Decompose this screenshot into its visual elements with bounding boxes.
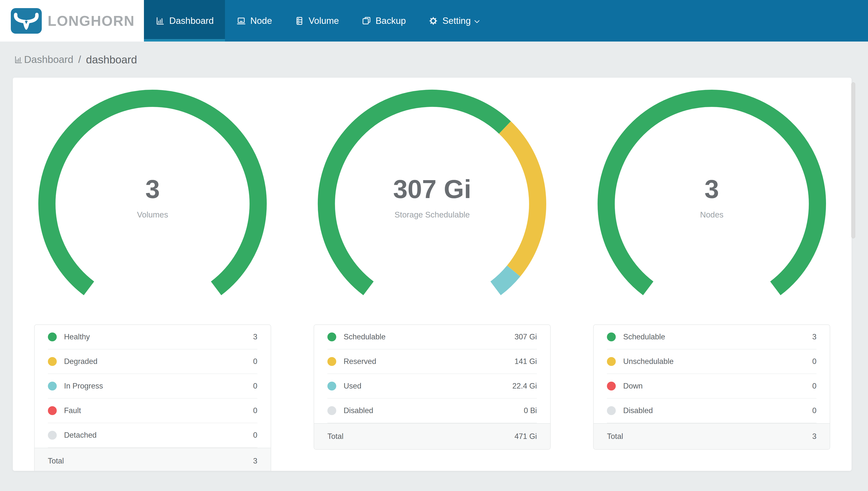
legend-dot-unschedulable bbox=[607, 357, 616, 366]
legend-label: Fault bbox=[64, 406, 81, 415]
chevron-down-icon bbox=[473, 18, 480, 25]
legend-row-unschedulable: Unschedulable0 bbox=[607, 349, 816, 374]
legend-total-row: Total471 Gi bbox=[314, 423, 550, 449]
legend-dot-detached bbox=[48, 431, 57, 440]
legend-row-degraded: Degraded0 bbox=[48, 349, 257, 374]
nav-tab-dashboard[interactable]: Dashboard bbox=[144, 0, 225, 41]
legend-label: Disabled bbox=[623, 406, 653, 415]
legend-value: 0 Bi bbox=[524, 406, 537, 415]
nav-tab-label: Dashboard bbox=[169, 16, 214, 26]
legend-label: Degraded bbox=[64, 357, 97, 366]
legend-dot-in-progress bbox=[48, 382, 57, 391]
legend-dot-used bbox=[328, 382, 336, 391]
legend-row-schedulable: Schedulable307 Gi bbox=[328, 325, 537, 349]
legend-total-label: Total bbox=[328, 432, 343, 441]
legend-dot-reserved bbox=[328, 357, 336, 366]
brand: LONGHORN bbox=[0, 0, 144, 41]
legend-storage-schedulable: Schedulable307 GiReserved141 GiUsed22.4 … bbox=[314, 324, 551, 450]
nav-tab-label: Node bbox=[250, 16, 272, 26]
legend-value: 0 bbox=[812, 382, 816, 391]
gauge-arc-schedulable bbox=[327, 98, 505, 289]
dashboard-card: 3VolumesHealthy3Degraded0In Progress0Fau… bbox=[13, 78, 851, 471]
legend-label: Schedulable bbox=[623, 333, 665, 341]
gauge-ring bbox=[38, 89, 267, 318]
legend-value: 307 Gi bbox=[515, 333, 537, 341]
top-navbar: LONGHORN DashboardNodeVolumeBackupSettin… bbox=[0, 0, 868, 41]
legend-row-fault: Fault0 bbox=[48, 399, 257, 423]
legend-value: 0 bbox=[812, 406, 816, 415]
gauge-chart-nodes: 3Nodes bbox=[597, 89, 826, 318]
legend-value: 3 bbox=[253, 333, 257, 341]
gauge-arc-used bbox=[496, 271, 514, 289]
gauge-section-storage-schedulable: 307 GiStorage SchedulableSchedulable307 … bbox=[292, 89, 572, 471]
gauge-arc-healthy bbox=[47, 98, 258, 288]
legend-dot-disabled bbox=[328, 406, 336, 415]
database-icon bbox=[294, 16, 304, 26]
legend-total-row: Total3 bbox=[594, 423, 830, 449]
breadcrumb-page: dashboard bbox=[86, 54, 137, 66]
nav-tab-label: Setting bbox=[442, 16, 471, 26]
bar-chart-icon bbox=[14, 55, 23, 64]
legend-value: 3 bbox=[812, 333, 816, 341]
legend-total-label: Total bbox=[607, 432, 623, 441]
gauge-ring bbox=[317, 89, 547, 318]
legend-row-healthy: Healthy3 bbox=[48, 325, 257, 349]
legend-total-value: 3 bbox=[253, 457, 257, 465]
bar-chart-icon bbox=[155, 16, 165, 26]
legend-label: Detached bbox=[64, 431, 97, 440]
copy-icon bbox=[362, 16, 371, 26]
gauge-section-nodes: 3NodesSchedulable3Unschedulable0Down0Dis… bbox=[572, 89, 851, 471]
breadcrumb: Dashboard / dashboard bbox=[0, 41, 868, 78]
legend-label: Reserved bbox=[344, 357, 376, 366]
gauge-section-volumes: 3VolumesHealthy3Degraded0In Progress0Fau… bbox=[13, 89, 292, 471]
legend-total-row: Total3 bbox=[35, 448, 271, 471]
nav-tab-node[interactable]: Node bbox=[225, 0, 283, 41]
legend-value: 0 bbox=[253, 382, 257, 391]
legend-label: Unschedulable bbox=[623, 357, 674, 366]
gauge-grid: 3VolumesHealthy3Degraded0In Progress0Fau… bbox=[13, 78, 851, 471]
nav-tab-label: Volume bbox=[309, 16, 339, 26]
legend-total-value: 3 bbox=[812, 432, 816, 441]
legend-value: 0 bbox=[253, 431, 257, 440]
nav-tab-backup[interactable]: Backup bbox=[350, 0, 417, 41]
legend-total-label: Total bbox=[48, 457, 64, 465]
nav-tab-setting[interactable]: Setting bbox=[417, 0, 492, 41]
legend-dot-disabled bbox=[607, 406, 616, 415]
breadcrumb-section[interactable]: Dashboard bbox=[24, 54, 73, 65]
legend-label: Used bbox=[344, 382, 361, 391]
longhorn-logo-icon bbox=[11, 8, 42, 34]
legend-dot-schedulable bbox=[607, 333, 616, 341]
legend-label: Healthy bbox=[64, 333, 90, 341]
legend-total-value: 471 Gi bbox=[515, 432, 537, 441]
legend-dot-healthy bbox=[48, 333, 57, 341]
legend-row-down: Down0 bbox=[607, 374, 816, 399]
legend-row-used: Used22.4 Gi bbox=[328, 374, 537, 399]
legend-row-reserved: Reserved141 Gi bbox=[328, 349, 537, 374]
brand-name: LONGHORN bbox=[48, 12, 134, 29]
legend-row-disabled: Disabled0 Bi bbox=[328, 399, 537, 423]
gauge-arc-schedulable bbox=[606, 98, 817, 288]
gauge-ring bbox=[597, 89, 826, 318]
legend-value: 0 bbox=[253, 406, 257, 415]
legend-row-in-progress: In Progress0 bbox=[48, 374, 257, 399]
legend-nodes: Schedulable3Unschedulable0Down0Disabled0… bbox=[593, 324, 830, 450]
legend-dot-fault bbox=[48, 406, 57, 415]
legend-label: Disabled bbox=[344, 406, 373, 415]
legend-dot-degraded bbox=[48, 357, 57, 366]
legend-dot-schedulable bbox=[328, 333, 336, 341]
nav-tab-volume[interactable]: Volume bbox=[283, 0, 350, 41]
scrollbar-thumb[interactable] bbox=[851, 82, 855, 238]
legend-row-schedulable: Schedulable3 bbox=[607, 325, 816, 349]
legend-label: In Progress bbox=[64, 382, 103, 391]
gauge-arc-reserved bbox=[505, 127, 538, 271]
legend-row-detached: Detached0 bbox=[48, 423, 257, 448]
breadcrumb-separator: / bbox=[79, 54, 81, 65]
gauge-chart-volumes: 3Volumes bbox=[38, 89, 267, 318]
nav-tab-label: Backup bbox=[376, 16, 406, 26]
legend-volumes: Healthy3Degraded0In Progress0Fault0Detac… bbox=[34, 324, 271, 471]
legend-row-disabled: Disabled0 bbox=[607, 399, 816, 423]
legend-value: 22.4 Gi bbox=[513, 382, 537, 391]
nav-tabs: DashboardNodeVolumeBackupSetting bbox=[144, 0, 868, 41]
legend-value: 0 bbox=[812, 357, 816, 366]
laptop-icon bbox=[236, 16, 246, 26]
